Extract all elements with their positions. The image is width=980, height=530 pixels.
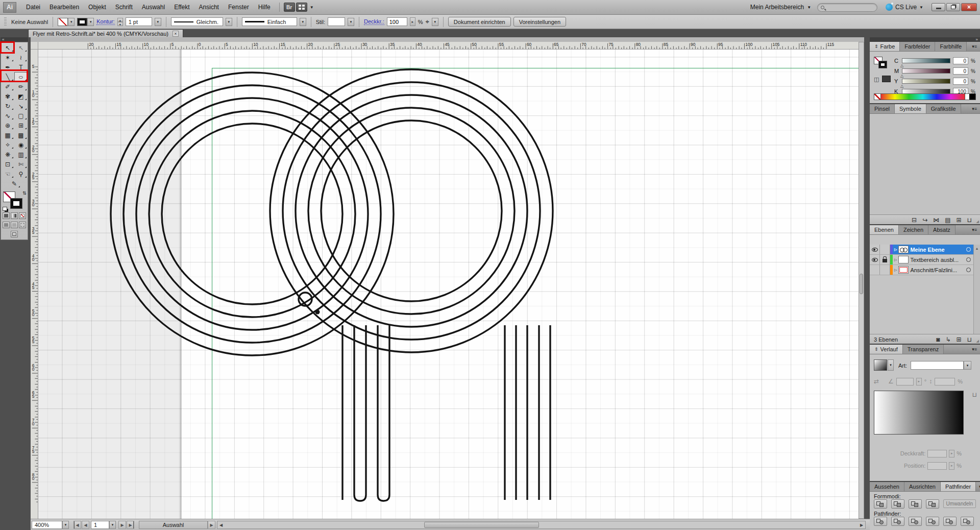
stepper-up-icon[interactable]: ▴ — [117, 18, 123, 22]
new-sublayer-icon[interactable]: ↳ — [946, 336, 951, 343]
status-display[interactable]: Auswahl — [139, 521, 208, 529]
target-circle-icon[interactable] — [966, 268, 971, 272]
tab-farbhilfe[interactable]: Farbhilfe — [935, 42, 967, 51]
previous-page-button[interactable]: ◀ — [82, 521, 89, 529]
slider-thumb-icon[interactable]: △ — [900, 74, 903, 78]
eraser-tool[interactable]: ◩ — [14, 91, 28, 101]
selection-tool[interactable]: ↖ — [1, 43, 14, 53]
tab-ebenen[interactable]: Ebenen — [870, 225, 899, 234]
layer-row[interactable]: ▷Anschnitt/Falzlini... — [870, 265, 973, 275]
stop-position-input[interactable] — [927, 462, 947, 470]
lock-toggle[interactable] — [880, 255, 890, 264]
pathfinder-merge-button[interactable] — [909, 517, 922, 526]
gradient-aspect-input[interactable] — [935, 378, 955, 386]
tab-aussehen[interactable]: Aussehen — [870, 482, 904, 491]
stroke-weight-select[interactable]: 1 pt — [126, 17, 152, 26]
page-dropdown-icon[interactable]: ▾ — [109, 521, 116, 529]
layer-thumbnail[interactable] — [898, 266, 909, 274]
visibility-toggle[interactable] — [870, 265, 880, 275]
stroke-panel-link[interactable]: Kontur: — [96, 18, 114, 25]
panel-menu-icon[interactable]: ▾≡ — [976, 482, 980, 491]
slider-thumb-icon[interactable]: △ — [900, 63, 903, 68]
ellipse-tool[interactable]: ○ — [14, 72, 28, 82]
panel-menu-icon[interactable]: ▾≡ — [969, 345, 980, 354]
pen-tool[interactable]: ✒ — [1, 62, 14, 72]
layer-row[interactable]: ▷Meine Ebene — [870, 245, 973, 255]
menu-datei[interactable]: Datei — [21, 0, 45, 15]
minimize-button[interactable] — [932, 3, 945, 11]
none-swatch[interactable] — [874, 94, 881, 100]
lasso-tool[interactable]: ≀ — [14, 53, 28, 62]
target-circle-icon[interactable] — [966, 247, 971, 252]
stroke-black-swatch[interactable] — [77, 18, 87, 26]
gradient-swatch[interactable] — [874, 359, 887, 371]
perspective-grid-tool[interactable]: ⊞ — [14, 121, 28, 130]
gradient-slider[interactable] — [874, 391, 964, 435]
black-swatch[interactable] — [969, 94, 975, 100]
workspace-switcher[interactable]: Mein Arbeitsbereich ▼ — [745, 2, 816, 13]
scale-tool[interactable]: ↘ — [14, 101, 28, 111]
menu-hilfe[interactable]: Hilfe — [254, 0, 275, 15]
shape-builder-tool[interactable]: ⊕ — [1, 121, 14, 130]
visibility-toggle[interactable] — [870, 245, 880, 254]
lock-toggle[interactable] — [880, 245, 890, 254]
preferences-button[interactable]: Voreinstellungen — [513, 17, 566, 27]
color-mode-button[interactable] — [3, 212, 10, 219]
ruler-origin-box[interactable] — [31, 42, 38, 50]
chevron-down-icon[interactable]: ▾ — [68, 18, 75, 26]
shape-mode-intersect-button[interactable] — [909, 499, 922, 509]
stepper-down-icon[interactable]: ▾ — [117, 22, 123, 26]
close-tab-icon[interactable]: × — [173, 31, 179, 37]
menu-bearbeiten[interactable]: Bearbeiten — [45, 0, 84, 15]
cs-live-button[interactable]: CS Live ▼ — [886, 4, 923, 11]
direct-selection-tool[interactable]: ↖ — [14, 43, 28, 53]
page-number-select[interactable]: 1 — [91, 521, 109, 529]
hand-tool[interactable]: ☜ — [1, 169, 14, 179]
layer-thumbnail[interactable] — [898, 246, 909, 253]
note-tool[interactable]: ✎ — [8, 179, 21, 188]
chevron-down-icon[interactable]: ▾ — [348, 18, 354, 26]
eyedropper-tool[interactable]: ✧ — [1, 140, 14, 150]
tab-ausrichten[interactable]: Ausrichten — [904, 482, 941, 491]
width-profile-select[interactable]: Gleichm. — [171, 17, 223, 26]
slice-tool[interactable]: ✄ — [14, 159, 28, 169]
gradient-swatch-dropdown-icon[interactable]: ▾ — [888, 359, 894, 371]
last-page-button[interactable]: ▶ — [127, 521, 134, 529]
scroll-left-icon[interactable]: ◀ — [217, 522, 225, 528]
select-similar-icon[interactable]: ⌖ — [426, 18, 429, 26]
panel-menu-icon[interactable]: ▾≡ — [969, 104, 980, 113]
channel-value-c[interactable]: 0 — [953, 57, 968, 64]
layer-name[interactable]: Textbereich ausbl... — [910, 257, 965, 263]
spinner-icon[interactable]: ▸ — [410, 17, 415, 26]
stroke-swatch-black[interactable] — [10, 198, 22, 209]
chevron-down-icon[interactable]: ▾ — [226, 18, 232, 26]
tab-farbe[interactable]: ⇕Farbe — [870, 42, 900, 51]
pencil-tool[interactable]: ✏ — [14, 82, 28, 91]
zoom-dropdown-icon[interactable]: ▾ — [62, 521, 69, 529]
expand-layer-icon[interactable]: ▷ — [894, 268, 897, 272]
pathfinder-minus-back-button[interactable] — [961, 517, 974, 526]
break-link-icon[interactable]: ⋈ — [933, 217, 939, 223]
shape-mode-exclude-button[interactable] — [926, 499, 939, 509]
color-spectrum[interactable] — [874, 93, 976, 100]
panel-grip[interactable] — [4, 17, 7, 27]
menu-objekt[interactable]: Objekt — [84, 0, 111, 15]
blend-tool[interactable]: ◉ — [14, 140, 28, 150]
zoom-tool[interactable]: ⚲ — [14, 169, 28, 179]
tab-grafikstile[interactable]: Grafikstile — [926, 104, 961, 113]
magic-wand-tool[interactable]: ✶ — [1, 53, 14, 62]
delete-stop-icon[interactable]: ⊔ — [972, 391, 977, 398]
fill-none-swatch[interactable] — [58, 18, 68, 26]
tab-transparenz[interactable]: Transparenz — [903, 345, 944, 354]
layer-name[interactable]: Anschnitt/Falzlini... — [910, 267, 965, 273]
none-mode-button[interactable] — [19, 212, 26, 219]
stroke-black-swatch[interactable] — [878, 61, 887, 68]
zoom-level-select[interactable]: 400% — [32, 521, 62, 529]
default-fill-stroke-icon[interactable] — [3, 207, 7, 211]
draw-normal-button[interactable] — [3, 222, 10, 228]
tab-pathfinder[interactable]: Pathfinder — [941, 482, 976, 491]
horizontal-scrollbar-thumb[interactable] — [424, 522, 539, 528]
shape-mode-unite-button[interactable] — [874, 499, 887, 509]
slider-thumb-icon[interactable]: △ — [900, 84, 903, 88]
pathfinder-crop-button[interactable] — [926, 517, 939, 526]
